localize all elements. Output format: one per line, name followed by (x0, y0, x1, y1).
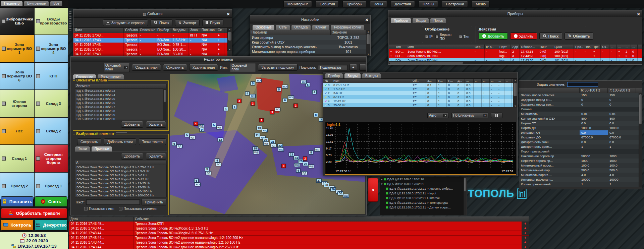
chart-mode-select[interactable]: По Ближнему▾ (451, 113, 488, 118)
plan-checkbox-Показывать значения[interactable]: Показывать значения (119, 207, 157, 210)
value-col-1[interactable]: 1000.0 (580, 126, 608, 130)
value-col-2[interactable]: 10000 (608, 177, 636, 182)
events-col-header[interactable]: Зона (189, 28, 200, 33)
map-marker-tag[interactable]: ВД (271, 144, 276, 147)
devices-titlebar[interactable]: Приборы × (388, 10, 642, 17)
process-alarms-button[interactable]: Обработать тревоги (1, 208, 67, 218)
devices-tab-Приборы[interactable]: Приборы (390, 18, 411, 23)
chart-pause-button[interactable] (491, 113, 502, 118)
log-row[interactable]: 04 11 2016 17:43:44...Тревога Зона Топол… (69, 240, 529, 245)
value-col-1[interactable]: 0.0 (580, 140, 608, 144)
devices-tab-Входы[interactable]: Входы (412, 18, 429, 23)
value-row[interactable]: Исправен ОТ0.00.0 (519, 130, 639, 135)
value-row[interactable]: Накопление порога пр...500001000 (519, 154, 639, 159)
value-col-2[interactable]: 1000 (608, 159, 636, 163)
checkbox-checked-icon[interactable]: ✓ (459, 35, 462, 38)
log-expand-button[interactable]: + (522, 245, 529, 249)
settings-tab-Сеть[interactable]: Сеть (276, 24, 290, 30)
log-row[interactable]: 04 11 2016 17:43:45...Тревога Зона:КПП+ (69, 222, 529, 226)
value-col-2[interactable]: 150 (608, 93, 636, 98)
value-row[interactable]: Исправен ДО67000.067000.0 (519, 135, 639, 140)
events-titlebar[interactable]: ▤ События × (73, 10, 232, 18)
zone-tile-checkbox[interactable] (2, 129, 6, 133)
map-marker[interactable]: 4 (215, 159, 219, 163)
value-col-1[interactable]: 10000 (580, 177, 608, 182)
devices-col-header[interactable]: ... (617, 45, 624, 49)
devices-tab-Поиск[interactable]: Поиск (430, 18, 446, 23)
plan-select[interactable]: Основной план▾ (104, 63, 130, 72)
value-row[interactable]: Максимальный пор...500.0500.0 (519, 168, 639, 173)
value-col-2[interactable]: 0 (608, 98, 636, 102)
map-marker[interactable]: 12 (218, 138, 223, 142)
value-col-2[interactable] (608, 149, 636, 154)
binding-item[interactable]: ВО-Зона Зона Тополь ВО №3 /logic-1:3 > 1… (75, 169, 166, 173)
duty-button[interactable]: Дежурство (35, 220, 67, 231)
devices-col-header[interactable]: ... (631, 45, 638, 49)
map-marker[interactable]: 8 (314, 113, 318, 117)
value-row[interactable]: Норма ДО1000.01000.0 (519, 126, 639, 130)
map-marker-alarm[interactable]: 2 (293, 104, 298, 108)
selected-Точка текста-button[interactable]: Точка текста (139, 138, 166, 145)
map-marker-alarm[interactable]: 2 (259, 118, 264, 122)
plan-element-item[interactable]: ВД-5 @192.168.0.170/2:23 (75, 89, 163, 93)
map-marker[interactable]: 5 (205, 167, 209, 171)
map-marker-alarm[interactable]: 2 (251, 102, 255, 106)
inputs-col-header[interactable]: Об... (411, 79, 426, 83)
plan-element-item[interactable]: ВД-5 @192.168.0.170/2:30 (75, 117, 163, 120)
display-checkbox-Тип[interactable]: ✓Тип (459, 35, 469, 39)
zone-tile[interactable]: Зона периметр ВО 4 (35, 35, 68, 62)
events-row[interactable]: 04 11 2016 17:43...Тревога-ВО-Зон...100-… (73, 47, 227, 52)
inputs-col-header[interactable]: ... (465, 79, 474, 83)
input-row[interactable]: ✓525-50 Hz17:...0....1...000.0...+--... (323, 103, 513, 107)
map-marker[interactable]: 4 (312, 90, 317, 94)
value-col-1[interactable]: 100.0 (580, 163, 608, 168)
map-marker[interactable]: 1 (224, 107, 228, 111)
devices-col-header[interactable]: Пла... (583, 45, 592, 49)
map-marker-tag[interactable]: ВД (278, 148, 284, 151)
map-marker-tag[interactable]: ВО (195, 183, 201, 186)
inputs-col-header[interactable]: № (323, 79, 332, 83)
input-row[interactable]: ✓00.75-1.5 Hz17:...0.11...000.0...+--... (323, 83, 513, 87)
element-add-button[interactable]: Добавить (121, 121, 143, 128)
inputs-col-header[interactable]: ... (490, 79, 497, 83)
events-row[interactable]: 04 11 2016 17:43...Тревога-ВО-Зон...0.75… (73, 43, 227, 47)
map-marker[interactable]: 18 (253, 146, 258, 150)
panel-splitter-grip[interactable] (69, 11, 71, 31)
pause-button[interactable]: Пауза (202, 19, 223, 26)
devices-col-header[interactable]: Адр (511, 45, 520, 49)
map-marker[interactable]: 4 (245, 91, 250, 96)
map-marker[interactable]: 22 (277, 144, 283, 148)
events-row[interactable]: 04 11 2016 17:43Тревога-ВО-Зон...50-100-… (73, 52, 227, 56)
checkbox-icon[interactable] (84, 207, 88, 210)
inputs-col-header[interactable]: З... (426, 79, 437, 83)
binding-item[interactable]: ВО-Зона Зона Тополь ВО №3 /logic-1:3 > 1… (75, 193, 166, 197)
value-row[interactable]: Кол-во превышений...11 (519, 182, 639, 187)
events-col-header[interactable]: Описание (139, 28, 156, 33)
control-button[interactable]: Контроль (1, 220, 34, 231)
create-plan-button[interactable]: Создать план (132, 64, 161, 71)
map-marker[interactable]: 6 (296, 169, 301, 173)
value-col-2[interactable]: 0.0 (608, 130, 636, 135)
map-marker-tag[interactable]: ВО (256, 79, 262, 82)
binding-item[interactable]: ВО-Зона Зона Тополь ВО №3 /logic-1:3 > 3… (75, 173, 166, 177)
value-row[interactable]: Сигнал (519, 107, 639, 112)
value-col-1[interactable]: 500.0 (580, 168, 608, 173)
events-col-header[interactable]: Дата (73, 28, 124, 33)
delete-plan-button[interactable]: Удалить план (189, 64, 218, 71)
settings-scrollbar[interactable]: ▲▼ (366, 30, 370, 56)
value-row[interactable]: Множитель0.010.01 (519, 112, 639, 116)
menu-item-События[interactable]: События (316, 1, 339, 7)
value-col-1[interactable]: 4.0 (580, 173, 608, 177)
map-marker-tag[interactable]: ВО (275, 108, 280, 111)
value-row[interactable]: Пересчёт порога пр...10001000 (519, 159, 639, 163)
binding-item[interactable]: ВО-Зона Зона Тополь ВО №3 /logic-1:3 > 1… (75, 181, 166, 185)
value-col-1[interactable]: 800 (580, 116, 608, 121)
inputs-scrollbar[interactable]: ▲▼ (513, 79, 517, 108)
inputs-tab-Прибор[interactable]: Прибор (325, 73, 343, 78)
log-expand-button[interactable]: + (522, 231, 529, 235)
events-col-header[interactable]: Пользов... (200, 28, 216, 33)
log-row[interactable]: 04 11 2016 17:43:44...Тревога Зона Топол… (69, 226, 529, 231)
value-col-2[interactable]: 500.0 (608, 168, 636, 173)
value-col-1[interactable]: 150 (580, 93, 608, 98)
devices-col-header[interactable]: Цикл (553, 45, 574, 49)
